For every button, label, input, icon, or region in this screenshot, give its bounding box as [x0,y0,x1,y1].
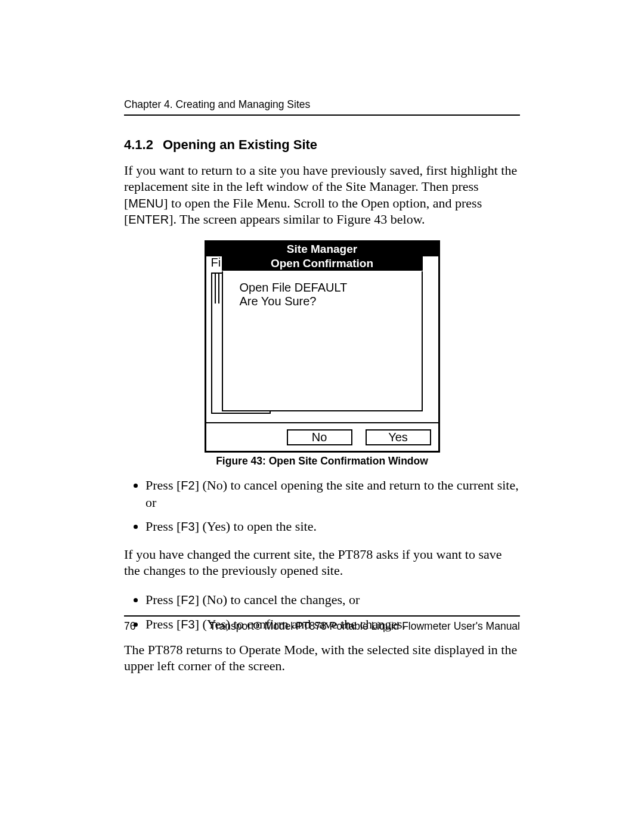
chapter-header: Chapter 4. Creating and Managing Sites [124,98,520,111]
bullet-text-post: ] (No) to cancel opening the site and re… [145,478,519,510]
bullet-text-post: ] (No) to cancel the changes, or [195,592,360,607]
section-heading: 4.1.2Opening an Existing Site [124,137,520,153]
key-f2: F2 [181,479,194,492]
manual-page: Chapter 4. Creating and Managing Sites 4… [0,0,644,833]
page-number: 76 [124,620,135,633]
file-menu-stub: Fi [211,256,221,270]
section-title: Opening an Existing Site [163,137,317,152]
dialog-line1: Open File DEFAULT [240,281,416,295]
list-scroll-indicator [215,274,219,304]
yes-button[interactable]: Yes [366,429,431,445]
intro-text-post: ]. The screen appears similar to Figure … [169,212,425,227]
manual-title: Transport® Model PT878 Portable Liquid F… [210,620,520,633]
footer-rule [124,615,520,617]
mid-paragraph: If you have changed the current site, th… [124,546,520,579]
key-f2: F2 [181,593,194,606]
key-enter: ENTER [128,213,169,226]
key-menu: MENU [128,197,163,210]
figure-wrap: Site Manager Fi Open Confirmation Open F… [205,240,440,467]
list-item: Press [F3] (Yes) to open the site. [145,518,520,535]
bullet-list-1: Press [F2] (No) to cancel opening the si… [124,477,520,535]
dialog-body: Open File DEFAULT Are You Sure? [222,271,423,411]
dialog-title: Open Confirmation [222,256,423,271]
page-footer: 76 Transport® Model PT878 Portable Liqui… [124,615,520,633]
list-item: Press [F2] (No) to cancel opening the si… [145,477,520,511]
section-number: 4.1.2 [124,137,153,152]
no-button[interactable]: No [287,429,352,445]
dialog-line2: Are You Sure? [240,295,416,308]
figure-caption: Figure 43: Open Site Confirmation Window [205,455,440,467]
header-rule [124,114,520,116]
bullet-text-post: ] (Yes) to open the site. [195,519,317,534]
bullet-text-pre: Press [ [145,592,181,607]
device-screenshot: Site Manager Fi Open Confirmation Open F… [205,240,440,453]
menu-row: Fi Open Confirmation [206,256,438,271]
intro-paragraph: If you want to return to a site you have… [124,162,520,227]
bullet-text-pre: Press [ [145,478,181,493]
key-f3: F3 [181,520,194,533]
button-row: No Yes [206,422,438,451]
bullet-text-pre: Press [ [145,519,181,534]
window-title: Site Manager [206,242,438,256]
end-paragraph: The PT878 returns to Operate Mode, with … [124,642,520,674]
list-item: Press [F2] (No) to cancel the changes, o… [145,592,520,609]
